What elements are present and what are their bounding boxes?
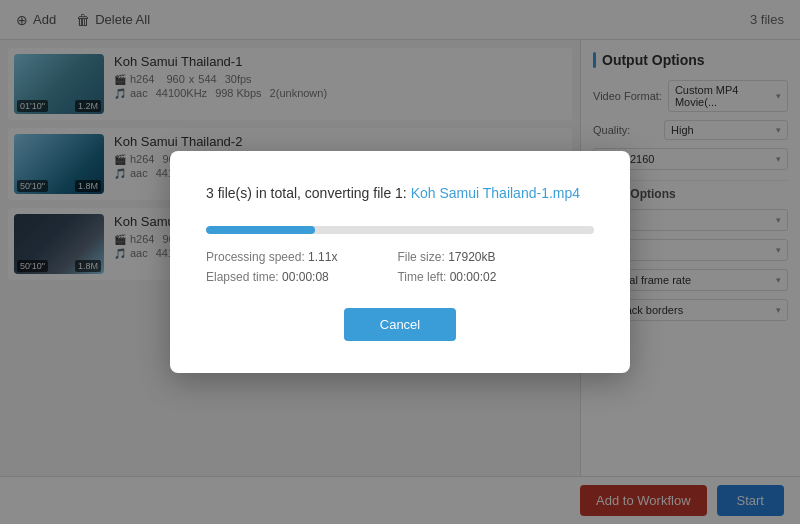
dialog-stats: Processing speed: 1.11x Elapsed time: 00… — [206, 250, 594, 284]
time-left-label: Time left: — [397, 270, 446, 284]
progress-bar-container — [206, 226, 594, 234]
elapsed-label: Elapsed time: — [206, 270, 279, 284]
dialog-message: 3 file(s) in total, converting file 1: K… — [206, 183, 594, 204]
stat-col-left: Processing speed: 1.11x Elapsed time: 00… — [206, 250, 337, 284]
file-size-stat: File size: 17920kB — [397, 250, 496, 264]
processing-speed-value: 1.11x — [308, 250, 337, 264]
conversion-dialog: 3 file(s) in total, converting file 1: K… — [170, 151, 630, 373]
file-size-value: 17920kB — [448, 250, 495, 264]
stat-col-right: File size: 17920kB Time left: 00:00:02 — [397, 250, 496, 284]
message-prefix: 3 file(s) in total, converting file 1: — [206, 185, 411, 201]
processing-speed-stat: Processing speed: 1.11x — [206, 250, 337, 264]
progress-bar-fill — [206, 226, 315, 234]
processing-speed-label: Processing speed: — [206, 250, 305, 264]
converting-file-link: Koh Samui Thailand-1.mp4 — [411, 185, 580, 201]
dialog-actions: Cancel — [206, 308, 594, 341]
elapsed-stat: Elapsed time: 00:00:08 — [206, 270, 337, 284]
time-left-stat: Time left: 00:00:02 — [397, 270, 496, 284]
file-size-label: File size: — [397, 250, 444, 264]
cancel-button[interactable]: Cancel — [344, 308, 456, 341]
elapsed-value: 00:00:08 — [282, 270, 329, 284]
modal-overlay: 3 file(s) in total, converting file 1: K… — [0, 0, 800, 524]
time-left-value: 00:00:02 — [450, 270, 497, 284]
